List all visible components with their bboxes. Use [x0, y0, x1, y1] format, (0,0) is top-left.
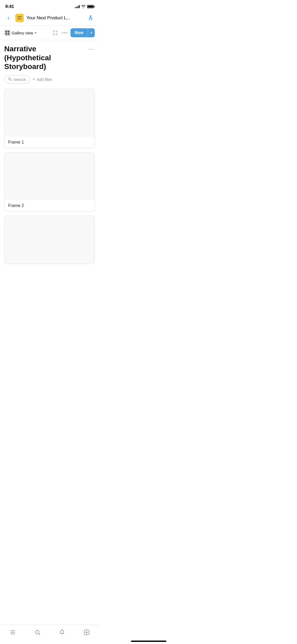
card-image-3	[4, 216, 95, 264]
back-button[interactable]: ‹	[4, 14, 13, 22]
more-dots-icon	[62, 32, 67, 34]
nav-bar: ‹ PMM OPS Your Next Product L...	[0, 12, 99, 26]
new-button-dropdown[interactable]: ▾	[88, 28, 95, 37]
add-filter-label: Add filter	[37, 77, 52, 82]
svg-point-1	[62, 32, 63, 33]
gallery-view-button[interactable]: Gallery view ▾	[4, 29, 37, 36]
gallery-view-chevron-icon: ▾	[35, 31, 36, 35]
toolbar: Gallery view ▾ New ▾	[0, 26, 99, 40]
add-filter-plus-icon: +	[33, 77, 35, 82]
page-more-button[interactable]	[87, 45, 95, 53]
expand-arrows-icon	[53, 30, 58, 35]
battery-icon	[87, 5, 94, 8]
wifi-icon	[81, 5, 86, 8]
card-image-1	[4, 89, 95, 137]
app-icon: PMM OPS	[15, 14, 24, 22]
back-chevron-icon: ‹	[7, 15, 9, 21]
expand-button[interactable]	[51, 29, 59, 36]
svg-point-6	[93, 49, 94, 50]
page-title: Narrative (Hypothetical Storyboard)	[4, 44, 87, 71]
gallery-view-label: Gallery view	[12, 31, 33, 35]
new-button[interactable]: New	[70, 28, 88, 37]
new-button-container: New ▾	[70, 28, 95, 37]
gallery-card-3[interactable]	[4, 216, 95, 264]
main-content: Narrative (Hypothetical Storyboard) Sear…	[0, 40, 99, 295]
gallery-card-1[interactable]: Frame 1	[4, 89, 95, 148]
share-button[interactable]	[86, 14, 95, 22]
page-more-dots-icon	[88, 49, 94, 50]
nav-title: Your Next Product L...	[26, 15, 84, 21]
page-header: Narrative (Hypothetical Storyboard)	[4, 44, 95, 71]
svg-point-2	[64, 32, 65, 33]
card-image-2	[4, 153, 95, 200]
search-button[interactable]: Search	[4, 75, 30, 84]
status-icons	[75, 5, 94, 8]
search-icon	[8, 77, 12, 82]
app-icon-label: PMM OPS	[17, 16, 22, 20]
card-label-2: Frame 2	[4, 200, 95, 211]
gallery-card-2[interactable]: Frame 2	[4, 152, 95, 211]
status-time: 9:41	[5, 4, 14, 9]
filter-row: Search + Add filter	[4, 75, 95, 84]
search-label: Search	[13, 77, 26, 82]
svg-point-3	[66, 32, 67, 33]
card-label-1: Frame 1	[4, 137, 95, 148]
gallery-grid-icon	[5, 30, 10, 35]
share-icon	[88, 15, 93, 21]
svg-point-4	[89, 49, 90, 50]
status-bar: 9:41	[0, 0, 99, 12]
svg-point-5	[91, 49, 92, 50]
toolbar-more-button[interactable]	[61, 29, 68, 36]
add-filter-button[interactable]: + Add filter	[33, 77, 53, 82]
signal-icon	[75, 5, 80, 8]
